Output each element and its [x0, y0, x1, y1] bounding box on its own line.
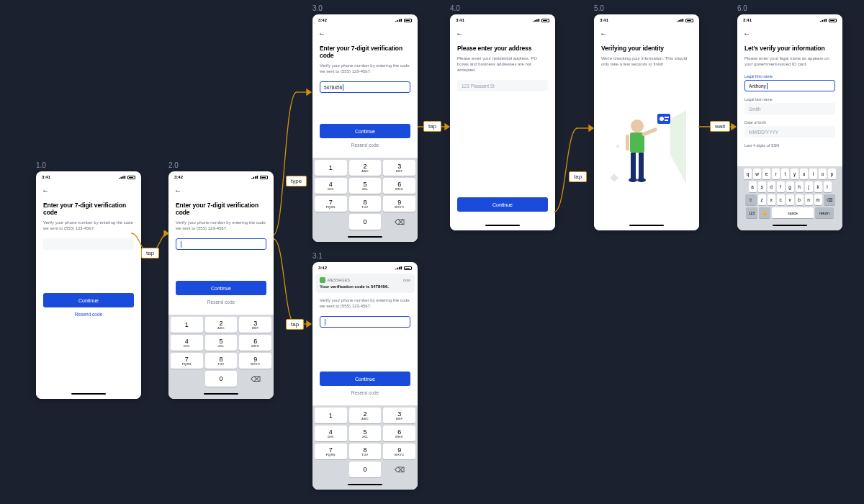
sms-notification[interactable]: MESSAGES now Your verification code is 5…: [315, 274, 415, 293]
key-1[interactable]: 1: [315, 408, 347, 423]
key-2[interactable]: 2ABC: [349, 160, 382, 176]
key-r[interactable]: r: [772, 168, 780, 179]
key-2[interactable]: 2ABC: [205, 317, 238, 333]
action-tap-31[interactable]: tap: [286, 319, 304, 330]
action-wait[interactable]: wait: [710, 121, 730, 132]
key-4[interactable]: 4GHI: [171, 335, 203, 351]
key-e[interactable]: e: [762, 168, 770, 179]
code-input[interactable]: [176, 238, 266, 250]
key-9[interactable]: 9WXYZ: [383, 196, 415, 212]
key-shift[interactable]: ⇧: [745, 194, 757, 205]
key-b[interactable]: b: [796, 194, 804, 205]
key-1[interactable]: 1: [315, 160, 347, 176]
key-i[interactable]: i: [809, 168, 817, 179]
key-n[interactable]: n: [805, 194, 813, 205]
address-input[interactable]: 123 Pleasant St: [457, 80, 548, 91]
key-m[interactable]: m: [814, 194, 822, 205]
key-a[interactable]: a: [749, 181, 757, 192]
key-delete[interactable]: ⌫: [239, 371, 271, 387]
key-q[interactable]: q: [744, 168, 752, 179]
key-s[interactable]: s: [758, 181, 766, 192]
continue-button[interactable]: Continue: [320, 372, 410, 386]
key-f[interactable]: f: [777, 181, 785, 192]
key-8[interactable]: 8TUV: [349, 444, 382, 459]
key-1[interactable]: 1: [171, 317, 203, 333]
continue-button[interactable]: Continue: [457, 197, 548, 212]
key-0[interactable]: 0: [349, 214, 382, 230]
key-123[interactable]: 123: [746, 207, 757, 218]
key-j[interactable]: j: [805, 181, 813, 192]
continue-button[interactable]: Continue: [176, 281, 266, 295]
key-4[interactable]: 4GHI: [315, 426, 347, 441]
action-tap-4[interactable]: tap: [569, 171, 587, 182]
key-0[interactable]: 0: [205, 371, 238, 387]
key-w[interactable]: w: [753, 168, 761, 179]
back-icon[interactable]: ←: [600, 30, 607, 37]
key-3[interactable]: 3DEF: [239, 317, 271, 333]
key-8[interactable]: 8TUV: [349, 196, 382, 212]
key-l[interactable]: l: [824, 181, 832, 192]
home-indicator: [737, 220, 842, 230]
resend-link[interactable]: Resend code: [43, 307, 134, 321]
resend-link[interactable]: Resend code: [320, 138, 410, 152]
code-input[interactable]: [320, 316, 410, 328]
key-x[interactable]: x: [768, 194, 775, 205]
key-k[interactable]: k: [814, 181, 822, 192]
key-o[interactable]: o: [819, 168, 827, 179]
key-6[interactable]: 6MNO: [383, 426, 415, 441]
notif-time: now: [403, 278, 410, 282]
key-6[interactable]: 6MNO: [239, 335, 271, 351]
key-2[interactable]: 2ABC: [349, 408, 382, 423]
key-7[interactable]: 7PQRS: [315, 196, 347, 212]
label-dob: Date of birth: [744, 120, 835, 125]
key-3[interactable]: 3DEF: [383, 408, 415, 423]
key-9[interactable]: 9WXYZ: [383, 444, 415, 459]
home-indicator: [450, 220, 555, 230]
key-t[interactable]: t: [781, 168, 789, 179]
resend-link[interactable]: Resend code: [320, 386, 410, 400]
status-icons: [119, 176, 135, 179]
key-backspace[interactable]: ⌫: [824, 194, 835, 205]
back-icon[interactable]: ←: [318, 30, 325, 37]
key-8[interactable]: 8TUV: [205, 353, 238, 369]
key-y[interactable]: y: [791, 168, 798, 179]
key-4[interactable]: 4GHI: [315, 178, 347, 194]
key-7[interactable]: 7PQRS: [171, 353, 203, 369]
back-icon[interactable]: ←: [743, 30, 750, 37]
key-delete[interactable]: ⌫: [383, 462, 415, 477]
key-5[interactable]: 5JKL: [205, 335, 238, 351]
key-p[interactable]: p: [828, 168, 836, 179]
code-input[interactable]: 5478456: [320, 81, 410, 93]
key-g[interactable]: g: [786, 181, 794, 192]
key-delete[interactable]: ⌫: [383, 214, 415, 230]
key-emoji[interactable]: 😊: [759, 207, 770, 218]
key-7[interactable]: 7PQRS: [315, 444, 347, 459]
key-v[interactable]: v: [786, 194, 794, 205]
lastname-input[interactable]: Smith: [744, 103, 835, 114]
key-6[interactable]: 6MNO: [383, 178, 415, 194]
back-icon[interactable]: ←: [42, 186, 49, 194]
back-icon[interactable]: ←: [174, 186, 181, 194]
key-z[interactable]: z: [758, 194, 766, 205]
action-tap-1[interactable]: tap: [141, 248, 159, 258]
continue-button[interactable]: Continue: [320, 124, 410, 138]
key-9[interactable]: 9WXYZ: [239, 353, 271, 369]
key-d[interactable]: d: [768, 181, 775, 192]
key-3[interactable]: 3DEF: [383, 160, 415, 176]
key-space[interactable]: space: [772, 207, 814, 218]
key-5[interactable]: 5JKL: [349, 426, 382, 441]
dob-input[interactable]: MM/DD/YYYY: [744, 126, 835, 138]
resend-link[interactable]: Resend code: [176, 295, 266, 309]
action-type[interactable]: type: [286, 176, 307, 186]
action-tap-3[interactable]: tap: [423, 121, 441, 132]
firstname-input[interactable]: Anthony: [744, 80, 835, 91]
continue-button[interactable]: Continue: [43, 293, 134, 307]
key-5[interactable]: 5JKL: [349, 178, 382, 194]
key-u[interactable]: u: [800, 168, 808, 179]
key-h[interactable]: h: [796, 181, 804, 192]
back-icon[interactable]: ←: [456, 30, 463, 37]
key-c[interactable]: c: [777, 194, 785, 205]
key-0[interactable]: 0: [349, 462, 382, 477]
code-input[interactable]: [43, 238, 134, 250]
key-return[interactable]: return: [815, 207, 834, 218]
